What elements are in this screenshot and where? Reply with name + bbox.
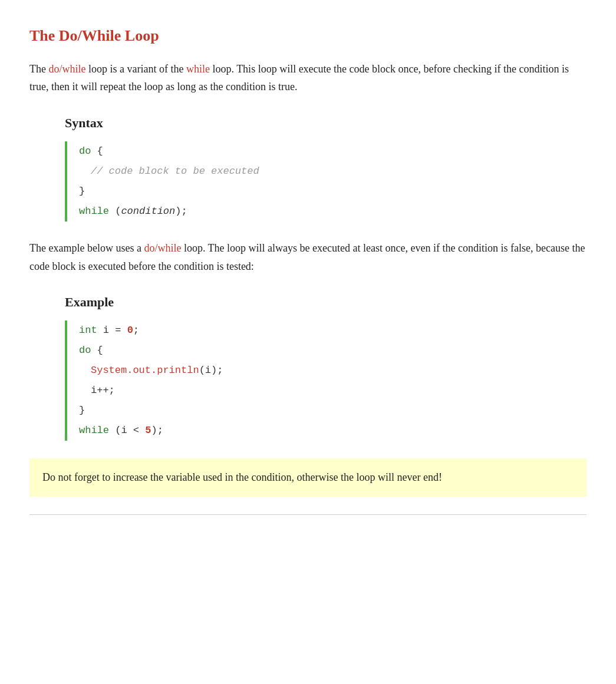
syntax-condition: condition — [121, 206, 175, 217]
note-text: Do not forget to increase the variable u… — [42, 471, 442, 483]
do-keyword: do — [79, 345, 91, 356]
syntax-brace-open: { — [91, 146, 103, 157]
syntax-paren-open: ( — [109, 206, 121, 217]
println-args: (i); — [199, 365, 223, 376]
syntax-line-3: } — [79, 181, 587, 201]
syntax-line-4: while (condition); — [79, 201, 587, 222]
system-out: System.out.println — [91, 365, 199, 376]
increment: i++; — [91, 385, 115, 396]
int-keyword: int — [79, 325, 97, 336]
syntax-line-1: do { — [79, 141, 587, 161]
syntax-brace-close: } — [79, 186, 85, 197]
dowhile-link-middle[interactable]: do/while — [144, 242, 181, 254]
five-value: 5 — [145, 425, 151, 436]
example-line-1: int i = 0; — [79, 320, 587, 341]
page-title: The Do/While Loop — [29, 24, 587, 48]
intro-text-part1: The — [29, 63, 48, 75]
while-condition: (i < — [109, 425, 145, 436]
example-code-block: int i = 0; do { System.out.println(i); i… — [65, 320, 587, 441]
semicolon-1: ; — [133, 325, 139, 336]
example-heading: Example — [65, 292, 587, 312]
middle-paragraph: The example below uses a do/while loop. … — [29, 239, 587, 275]
do-brace: { — [91, 345, 103, 356]
dowhile-link-intro[interactable]: do/while — [48, 63, 85, 75]
section-divider — [29, 514, 587, 515]
syntax-while-keyword: while — [79, 206, 109, 217]
syntax-code-block: do { // code block to be executed } whil… — [65, 141, 587, 222]
syntax-do-keyword: do — [79, 146, 91, 157]
syntax-paren-close: ); — [175, 206, 187, 217]
example-line-4: i++; — [79, 381, 587, 401]
intro-text-part2: loop is a variant of the — [85, 63, 186, 75]
var-i: i — [97, 325, 116, 336]
example-line-6: while (i < 5); — [79, 421, 587, 441]
syntax-line-2: // code block to be executed — [79, 161, 587, 181]
syntax-heading: Syntax — [65, 113, 587, 133]
zero-value: 0 — [127, 325, 133, 336]
middle-text-part1: The example below uses a — [29, 242, 144, 254]
example-line-2: do { — [79, 341, 587, 361]
example-code: int i = 0; do { System.out.println(i); i… — [79, 320, 587, 441]
while-end: ); — [151, 425, 163, 436]
equals-sign: = — [115, 325, 127, 336]
syntax-code: do { // code block to be executed } whil… — [79, 141, 587, 222]
example-line-3: System.out.println(i); — [79, 361, 587, 381]
syntax-comment: // code block to be executed — [91, 166, 259, 177]
while-keyword: while — [79, 425, 109, 436]
intro-paragraph: The do/while loop is a variant of the wh… — [29, 60, 587, 96]
while-link-intro[interactable]: while — [186, 63, 210, 75]
example-line-5: } — [79, 401, 587, 421]
close-brace: } — [79, 405, 85, 416]
note-box: Do not forget to increase the variable u… — [29, 458, 587, 497]
